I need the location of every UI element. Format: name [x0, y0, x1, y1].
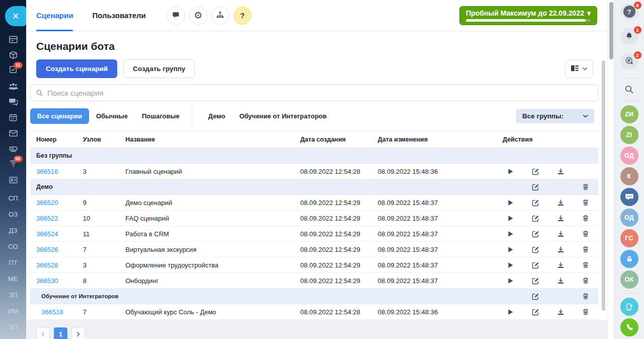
avatar[interactable]: ОД — [620, 147, 638, 165]
avatar[interactable]: ZI — [620, 126, 638, 144]
edit-button[interactable] — [523, 257, 548, 273]
edit-button[interactable] — [523, 226, 548, 241]
help-panel-button[interactable]: ? 9 — [620, 4, 638, 20]
notifications-button[interactable]: 1 — [620, 28, 638, 44]
play-button[interactable] — [498, 273, 523, 288]
play-button[interactable] — [498, 211, 523, 226]
filter-type-3[interactable]: Пошаговые — [135, 108, 187, 124]
tab-scenarios[interactable]: Сценарии — [36, 0, 73, 31]
edit-button[interactable] — [523, 164, 548, 179]
play-button[interactable] — [498, 195, 523, 210]
filter-type-2[interactable]: Обычные — [89, 108, 135, 124]
calendar-icon[interactable] — [9, 112, 18, 122]
id-card-icon[interactable] — [9, 175, 18, 185]
edit-button[interactable] — [523, 304, 548, 319]
chat-button[interactable] — [167, 7, 185, 25]
scenario-id-link[interactable]: 366520 — [36, 199, 58, 207]
scenario-id-link[interactable]: 366528 — [36, 261, 58, 269]
edit-button[interactable] — [523, 273, 548, 288]
download-button[interactable] — [548, 226, 573, 241]
avatar[interactable]: ОК — [620, 270, 638, 289]
scrollbar-thumb[interactable] — [609, 2, 613, 59]
delete-button[interactable] — [573, 226, 598, 241]
play-button[interactable] — [498, 304, 523, 319]
download-button[interactable] — [548, 242, 573, 257]
groups-dropdown[interactable]: Все группы: — [516, 109, 594, 123]
download-button[interactable] — [548, 257, 573, 273]
edit-button[interactable] — [523, 289, 548, 304]
filter-type-1[interactable]: Все сценарии — [30, 108, 89, 124]
download-button[interactable] — [548, 195, 573, 210]
delete-button[interactable] — [573, 195, 598, 210]
pagination-prev[interactable] — [36, 327, 50, 339]
mail-icon[interactable] — [9, 128, 18, 138]
filter-group-2[interactable]: Обучение от Интеграторов — [232, 108, 334, 124]
download-button[interactable] — [548, 164, 573, 179]
delete-button[interactable] — [573, 273, 598, 288]
filter-group-1[interactable]: Демо — [201, 108, 232, 124]
scenario-id-link[interactable]: 366518 — [41, 308, 63, 316]
create-group-button[interactable]: Создать группу — [123, 59, 195, 78]
sidebar-item-2[interactable]: ОЗ — [8, 207, 18, 223]
pagination-next[interactable] — [71, 327, 85, 339]
delete-button[interactable] — [573, 289, 598, 304]
avatar[interactable]: ZИ — [620, 105, 638, 123]
table-scrollbar[interactable] — [602, 60, 605, 311]
sidebar-item-4[interactable]: СО — [8, 239, 18, 255]
play-button[interactable] — [498, 242, 523, 257]
delete-button[interactable] — [573, 257, 598, 273]
tab-users[interactable]: Пользователи — [92, 0, 145, 31]
package-icon[interactable] — [9, 50, 18, 60]
sidebar-item-3[interactable]: ДЗ — [8, 223, 18, 239]
plan-button[interactable]: Пробный Максимум до 22.09.2022▾ — [459, 6, 597, 25]
sidebar-item-1[interactable]: СП — [8, 190, 18, 207]
download-button[interactable] — [548, 273, 573, 288]
page-scrollbar[interactable] — [607, 0, 614, 339]
search-input[interactable] — [47, 89, 593, 97]
filter-icon[interactable]: 55 — [9, 159, 18, 169]
contact-search-button[interactable] — [624, 85, 634, 96]
sitemap-button[interactable] — [211, 7, 229, 25]
sidebar-item-6[interactable]: МЕ — [8, 271, 18, 287]
help-button[interactable]: ? — [233, 7, 252, 25]
delete-button[interactable] — [573, 211, 598, 226]
close-button[interactable]: ✕ — [5, 6, 26, 26]
tasks-icon[interactable]: 11 — [9, 65, 18, 76]
terminal-icon[interactable] — [9, 144, 18, 154]
edit-button[interactable] — [523, 179, 548, 194]
avatar[interactable]: К — [620, 167, 638, 185]
scenario-id-link[interactable]: 366516 — [36, 168, 58, 175]
download-button[interactable] — [548, 304, 573, 319]
edit-button[interactable] — [523, 242, 548, 257]
sidebar-item-5[interactable]: ПТ — [8, 255, 18, 271]
sidebar-item-9[interactable]: ЗП — [8, 319, 18, 335]
avatar[interactable]: ОД — [620, 209, 638, 227]
download-button[interactable] — [548, 211, 573, 226]
sidebar-item-8[interactable]: ИМ — [8, 303, 18, 319]
play-button[interactable] — [498, 226, 523, 241]
delete-button[interactable] — [573, 304, 598, 319]
delete-button[interactable] — [573, 242, 598, 257]
avatar[interactable]: ГС — [620, 229, 638, 247]
settings-button[interactable]: ⚙ — [189, 7, 207, 25]
dialogs-button[interactable]: 2 — [620, 53, 638, 70]
play-button[interactable] — [498, 257, 523, 273]
group-chat-icon[interactable] — [620, 188, 638, 206]
delete-button[interactable] — [573, 179, 598, 194]
sidebar-item-7[interactable]: ЗП — [8, 287, 18, 303]
scenario-id-link[interactable]: 366526 — [36, 246, 58, 253]
edit-button[interactable] — [523, 195, 548, 210]
play-button[interactable] — [498, 164, 523, 179]
scenario-id-link[interactable]: 366522 — [36, 215, 58, 222]
window-icon[interactable] — [9, 34, 18, 44]
device-export-icon[interactable] — [620, 298, 638, 316]
people-icon[interactable] — [8, 81, 19, 91]
pagination-page-1[interactable]: 1 — [54, 327, 67, 339]
chat-bubbles-icon[interactable] — [9, 97, 18, 107]
edit-button[interactable] — [523, 211, 548, 226]
phone-icon[interactable] — [620, 318, 638, 336]
create-scenario-button[interactable]: Создать сценарий — [36, 59, 117, 78]
scenario-id-link[interactable]: 366524 — [36, 230, 58, 238]
lock-icon[interactable] — [620, 250, 638, 268]
view-toggle-button[interactable] — [565, 60, 593, 78]
